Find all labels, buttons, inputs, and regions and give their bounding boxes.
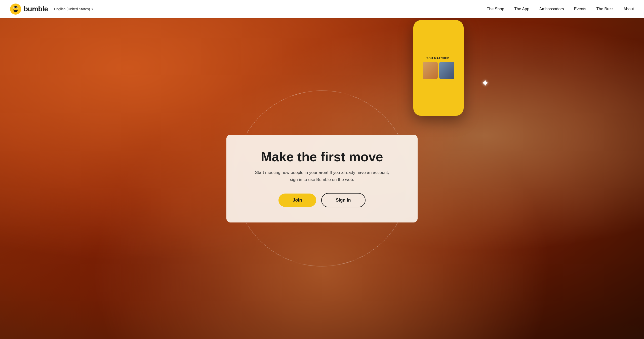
logo-text: bumble [24,5,48,13]
nav-ambassadors[interactable]: Ambassadors [539,7,564,11]
hero-buttons: Join Sign In [247,193,397,207]
match-photos [423,62,454,79]
nav-events[interactable]: Events [574,7,586,11]
logo-link[interactable]: bumble [10,4,48,15]
hero-section: ✦ ✦ YOU MATCHED! Make the first move Sta… [0,0,644,339]
nav-about[interactable]: About [623,7,634,11]
phone-mockup: YOU MATCHED! [413,20,464,116]
language-selector[interactable]: English (United States) ▼ [54,7,94,11]
chevron-down-icon: ▼ [91,8,94,11]
header: bumble English (United States) ▼ The Sho… [0,0,644,18]
header-left: bumble English (United States) ▼ [10,4,94,15]
bumble-logo-icon [10,4,21,15]
hero-title: Make the first move [247,150,397,164]
nav-the-buzz[interactable]: The Buzz [596,7,614,11]
nav-the-app[interactable]: The App [514,7,529,11]
sparkle-icon-2: ✦ [481,78,490,88]
language-label: English (United States) [54,7,90,11]
nav-the-shop[interactable]: The Shop [487,7,504,11]
main-nav: The Shop The App Ambassadors Events The … [487,7,634,11]
match-photo-2 [439,62,454,79]
signin-button[interactable]: Sign In [321,193,366,207]
hero-card: Make the first move Start meeting new pe… [226,135,418,222]
match-photo-1 [423,62,438,79]
join-button[interactable]: Join [278,194,316,207]
hero-subtitle: Start meeting new people in your area! I… [252,169,392,183]
svg-rect-3 [13,9,18,10]
matched-text: YOU MATCHED! [426,57,451,60]
phone-screen: YOU MATCHED! [413,20,464,116]
